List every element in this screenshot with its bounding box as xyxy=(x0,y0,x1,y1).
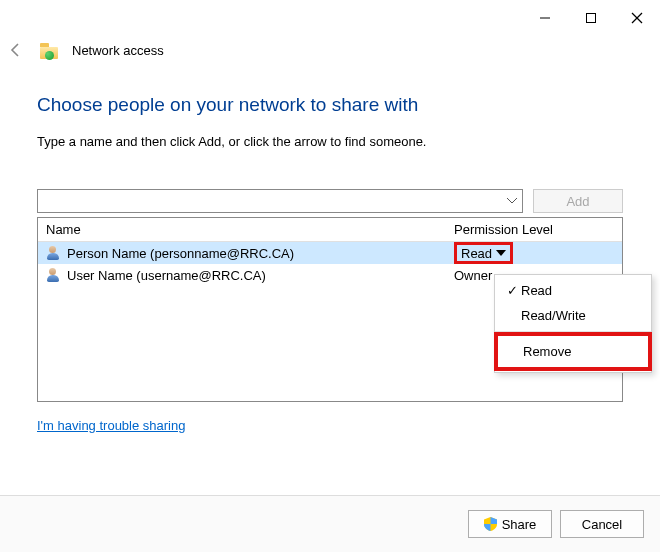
share-button[interactable]: Share xyxy=(468,510,552,538)
name-input[interactable] xyxy=(37,189,523,213)
add-button: Add xyxy=(533,189,623,213)
permission-value: Owner xyxy=(454,268,492,283)
check-icon: ✓ xyxy=(503,283,521,298)
user-icon xyxy=(46,268,60,282)
chevron-down-icon xyxy=(496,250,506,256)
menu-item-read[interactable]: ✓ Read xyxy=(495,278,651,303)
col-name-header[interactable]: Name xyxy=(46,222,454,237)
menu-separator xyxy=(495,331,651,332)
list-header: Name Permission Level xyxy=(38,218,622,242)
window-title: Network access xyxy=(72,43,164,58)
col-permission-header[interactable]: Permission Level xyxy=(454,222,614,237)
page-instruction: Type a name and then click Add, or click… xyxy=(37,134,623,149)
dialog-footer: Share Cancel xyxy=(0,495,660,552)
permission-context-menu: ✓ Read Read/Write Remove xyxy=(494,274,652,373)
user-display: User Name (username@RRC.CA) xyxy=(67,268,454,283)
back-button[interactable] xyxy=(6,40,26,60)
user-icon xyxy=(46,246,60,260)
svg-rect-1 xyxy=(587,14,596,23)
combobox-arrow-icon[interactable] xyxy=(502,190,522,212)
maximize-button[interactable] xyxy=(568,6,614,30)
user-display: Person Name (personname@RRC.CA) xyxy=(67,246,454,261)
shield-icon xyxy=(484,517,497,531)
minimize-button[interactable] xyxy=(522,6,568,30)
permission-value: Read xyxy=(461,246,492,261)
page-heading: Choose people on your network to share w… xyxy=(37,94,623,116)
permission-dropdown[interactable]: Read xyxy=(454,242,513,264)
titlebar xyxy=(0,0,660,32)
menu-item-readwrite[interactable]: Read/Write xyxy=(495,303,651,328)
close-button[interactable] xyxy=(614,6,660,30)
cancel-button[interactable]: Cancel xyxy=(560,510,644,538)
trouble-sharing-link[interactable]: I'm having trouble sharing xyxy=(37,418,185,433)
nav-row: Network access xyxy=(0,32,660,60)
list-item[interactable]: Person Name (personname@RRC.CA) Read xyxy=(38,242,622,264)
menu-item-remove[interactable]: Remove xyxy=(497,335,649,368)
name-combobox[interactable] xyxy=(37,189,523,213)
network-folder-icon xyxy=(40,41,58,59)
